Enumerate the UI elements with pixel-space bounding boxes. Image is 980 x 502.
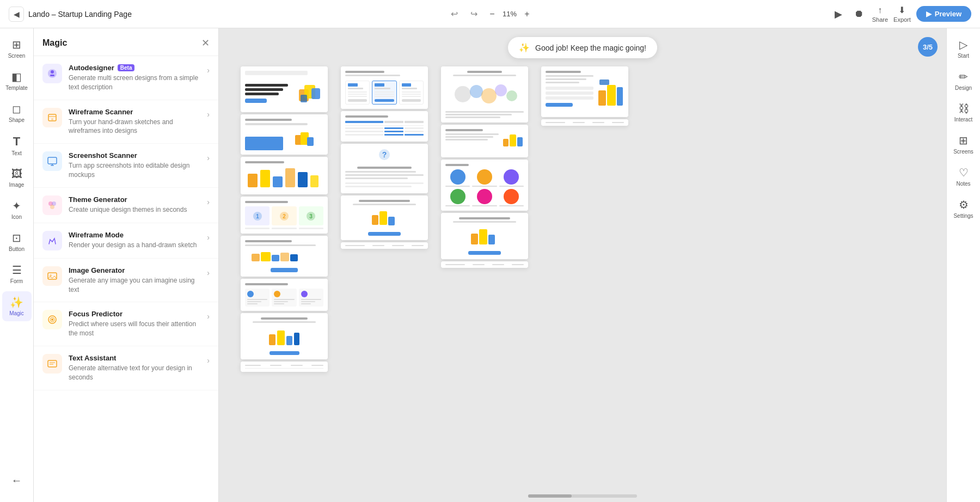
preview-button[interactable]: ▶ Preview [916, 6, 971, 22]
sidebar-item-text[interactable]: T Text [2, 130, 32, 161]
button-icon: ⊡ [12, 231, 21, 244]
magic-item-wireframe-mode[interactable]: Wireframe Mode Render your design as a h… [34, 223, 218, 259]
share-icon: ↑ [878, 5, 882, 15]
sidebar-item-label: Button [9, 246, 24, 253]
autodesigner-arrow: › [207, 66, 210, 75]
svg-rect-39 [252, 254, 260, 261]
text-icon: T [13, 134, 20, 149]
right-sidebar: ▷ Start ✏ Design ⛓ Interact ⊞ Screens ♡ … [946, 28, 980, 502]
svg-point-1 [51, 70, 54, 74]
frame3-mission [441, 125, 528, 157]
svg-rect-44 [269, 334, 275, 345]
page-title: Lando – Startup Landing Page [28, 10, 132, 19]
right-sidebar-item-start[interactable]: ▷ Start [949, 34, 978, 64]
svg-point-53 [455, 86, 471, 102]
right-sidebar-item-screens[interactable]: ⊞ Screens [949, 130, 978, 160]
svg-rect-62 [479, 229, 487, 244]
theme-generator-desc: Create unique design themes in seconds [69, 205, 200, 215]
zoom-in-icon: + [524, 9, 529, 19]
frame4-contact [541, 66, 628, 117]
magic-icon: ✨ [10, 296, 23, 309]
image-generator-desc: Generate any image you can imagine using… [69, 276, 200, 295]
icon-icon: ✦ [12, 199, 21, 212]
frame-section-3 [241, 157, 328, 194]
export-button[interactable]: ⬇ Export [893, 5, 911, 23]
back-button[interactable]: ◀ [9, 7, 24, 22]
screenshot-scanner-desc: Turn app screenshots into editable desig… [69, 161, 200, 180]
svg-rect-23 [301, 95, 307, 102]
magic-item-focus-predictor[interactable]: Focus Predictor Predict where users will… [34, 302, 218, 346]
redo-button[interactable]: ↪ [466, 7, 481, 22]
right-sidebar-item-notes[interactable]: ♡ Notes [949, 162, 978, 192]
svg-rect-26 [307, 137, 314, 146]
svg-rect-40 [261, 252, 271, 261]
sidebar-item-template[interactable]: ◧ Template [2, 66, 32, 96]
magic-panel: Magic ✕ Autodesigner Beta Generate multi… [34, 28, 219, 502]
sidebar-item-button[interactable]: ⊡ Button [2, 227, 32, 257]
sidebar-item-image[interactable]: 🖼 Image [2, 163, 32, 193]
canvas-area[interactable]: ✨ Good job! Keep the magic going! 3/5 [219, 28, 946, 502]
sidebar-label: Design [955, 85, 972, 91]
svg-rect-63 [488, 235, 495, 244]
zoom-out-button[interactable]: − [486, 8, 499, 21]
undo-button[interactable]: ↩ [446, 7, 462, 22]
frame-section-7 [241, 313, 328, 359]
sidebar-item-form[interactable]: ☰ Form [2, 259, 32, 289]
frame2-comparison [341, 111, 428, 142]
magic-item-screenshot-scanner[interactable]: Screenshot Scanner Turn app screenshots … [34, 144, 218, 188]
theme-generator-title: Theme Generator [69, 195, 200, 204]
svg-rect-45 [277, 330, 285, 345]
record-button[interactable]: ⏺ [852, 7, 867, 22]
svg-rect-31 [298, 172, 308, 187]
svg-rect-61 [471, 234, 478, 244]
magic-item-image-generator[interactable]: Image Generator Generate any image you c… [34, 259, 218, 303]
autodesigner-icon [42, 64, 62, 83]
svg-point-11 [50, 205, 54, 209]
svg-rect-43 [290, 254, 298, 261]
sidebar-item-screen[interactable]: ⊞ Screen [2, 34, 32, 64]
close-icon: ✕ [201, 38, 210, 48]
screenshot-scanner-arrow: › [207, 154, 210, 162]
share-button[interactable]: ↑ Share [872, 5, 888, 23]
play-button[interactable]: ▶ [831, 7, 846, 22]
wireframe-scanner-content: Wireframe Scanner Turn your hand-drawn s… [69, 108, 200, 136]
svg-rect-50 [372, 215, 378, 225]
right-sidebar-item-design[interactable]: ✏ Design [949, 66, 978, 96]
wireframe-mode-arrow: › [207, 233, 210, 242]
focus-predictor-arrow: › [207, 312, 210, 321]
right-sidebar-item-settings[interactable]: ⚙ Settings [949, 194, 978, 224]
zoom-in-button[interactable]: + [520, 8, 534, 21]
magic-item-autodesigner[interactable]: Autodesigner Beta Generate multi screen … [34, 56, 218, 100]
magic-item-theme-generator[interactable]: Theme Generator Create unique design the… [34, 188, 218, 223]
text-assistant-icon [42, 354, 62, 374]
scrollbar-track[interactable] [528, 494, 637, 498]
svg-rect-30 [285, 168, 295, 187]
svg-rect-64 [598, 90, 606, 106]
svg-text:?: ? [382, 150, 387, 159]
sidebar-item-magic[interactable]: ✨ Magic [2, 291, 32, 321]
sidebar-item-shape[interactable]: ◻ Shape [2, 98, 32, 128]
magic-panel-close[interactable]: ✕ [201, 37, 210, 49]
frame-section-footer [241, 362, 328, 372]
sidebar-item-back[interactable]: ← [2, 470, 32, 491]
svg-rect-66 [617, 87, 623, 106]
magic-item-wireframe-scanner[interactable]: Wireframe Scanner Turn your hand-drawn s… [34, 100, 218, 144]
zoom-value: 11% [501, 10, 518, 18]
sidebar-item-icon[interactable]: ✦ Icon [2, 195, 32, 225]
interact-icon: ⛓ [958, 102, 969, 115]
notes-icon: ♡ [959, 166, 969, 179]
sidebar-label: Start [958, 53, 969, 59]
counter-value: 3/5 [923, 43, 933, 51]
svg-point-57 [506, 90, 517, 101]
redo-icon: ↪ [470, 9, 477, 19]
frame-section-5 [241, 236, 328, 277]
svg-text:3: 3 [310, 213, 313, 219]
frame-section-4: 1 2 3 [241, 197, 328, 234]
magic-item-text-assistant[interactable]: Text Assistant Generate alternative text… [34, 346, 218, 390]
theme-generator-icon [42, 195, 62, 215]
settings-icon: ⚙ [959, 198, 969, 211]
right-sidebar-item-interact[interactable]: ⛓ Interact [949, 98, 978, 127]
shape-icon: ◻ [12, 102, 21, 115]
svg-text:2: 2 [283, 213, 286, 219]
sidebar-item-label: Shape [9, 117, 24, 124]
